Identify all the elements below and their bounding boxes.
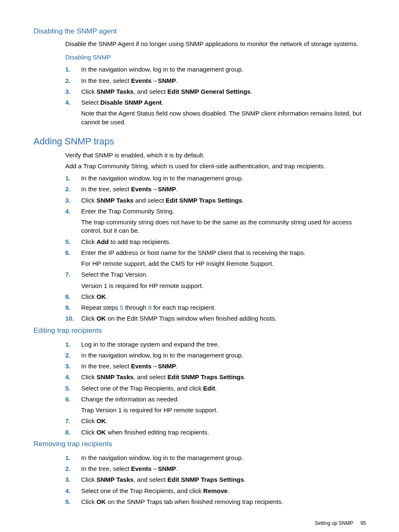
step-text: Click SNMP Tasks and select Edit SNMP Tr… xyxy=(81,197,244,204)
step-item: 7.Select the Trap Version.Version 1 is r… xyxy=(65,269,368,291)
step-text: Repeat steps 5 through 8 for each trap r… xyxy=(81,304,216,311)
step-item: 8.Click OK. xyxy=(65,291,368,302)
step-note: The trap community string does not have … xyxy=(81,218,368,235)
step-item: 3.Click SNMP Tasks and select Edit SNMP … xyxy=(65,195,368,206)
step-item: 3.Click SNMP Tasks, and select Edit SNMP… xyxy=(65,474,368,485)
step-number: 3. xyxy=(65,87,78,96)
step-item: 3.Click SNMP Tasks, and select Edit SNMP… xyxy=(65,86,368,97)
step-number: 1. xyxy=(65,454,78,462)
step-text: Log in to the storage system and expand … xyxy=(81,341,219,348)
step-item: 8.Click OK when finished editing trap re… xyxy=(65,427,368,438)
step-text: Enter the IP address or host name for th… xyxy=(81,249,305,256)
paragraph: Add a Trap Community String, which is us… xyxy=(65,162,368,170)
step-item: 6.Enter the IP address or host name for … xyxy=(65,247,368,270)
step-item: 2.In the tree, select Events→SNMP. xyxy=(65,75,368,86)
step-text: Click OK on the SNMP Traps tab when fini… xyxy=(81,498,283,505)
step-number: 1. xyxy=(65,340,78,349)
step-number: 4. xyxy=(65,98,78,107)
step-list: 1.In the navigation window, log in to th… xyxy=(65,173,368,324)
step-number: 3. xyxy=(65,475,78,484)
cross-ref[interactable]: 5 xyxy=(120,304,123,311)
step-item: 7.Click OK. xyxy=(65,416,368,427)
step-list: 1.Log in to the storage system and expan… xyxy=(65,339,368,438)
step-item: 4.Select Disable SNMP Agent.Note that th… xyxy=(65,97,368,128)
step-text: Select one of the Trap Recipients, and c… xyxy=(81,487,229,494)
step-text: Select Disable SNMP Agent. xyxy=(81,99,164,106)
step-number: 6. xyxy=(65,395,78,403)
step-number: 2. xyxy=(65,77,78,85)
step-item: 1.In the navigation window, log in to th… xyxy=(65,64,368,75)
step-number: 8. xyxy=(65,428,78,437)
step-note: For HP remote support, add the CMS for H… xyxy=(81,260,368,268)
step-item: 1.In the navigation window, log in to th… xyxy=(65,452,368,463)
step-text: Click OK. xyxy=(81,417,107,424)
step-item: 4.Click SNMP Tasks, and select Edit SNMP… xyxy=(65,372,368,383)
step-text: Enter the Trap Community String. xyxy=(81,208,174,215)
step-text: Click SNMP Tasks, and select Edit SNMP G… xyxy=(81,88,252,95)
step-note: Version 1 is required for HP remote supp… xyxy=(81,282,368,290)
heading-adding-snmp-traps: Adding SNMP traps xyxy=(33,135,368,148)
step-text: Click OK. xyxy=(81,293,107,300)
step-item: 3.In the tree, select Events→SNMP. xyxy=(65,361,368,372)
step-number: 3. xyxy=(65,362,78,370)
step-number: 2. xyxy=(65,185,78,193)
step-text: Click OK on the Edit SNMP Traps window w… xyxy=(81,315,276,322)
step-number: 2. xyxy=(65,465,78,473)
step-text: Click Add to add trap recipients. xyxy=(81,238,171,245)
step-text: Select the Trap Version. xyxy=(81,271,148,278)
step-item: 9.Repeat steps 5 through 8 for each trap… xyxy=(65,302,368,313)
step-text: In the navigation window, log in to the … xyxy=(81,454,243,461)
step-list: 1.In the navigation window, log in to th… xyxy=(65,452,368,507)
step-text: In the navigation window, log in to the … xyxy=(81,175,243,182)
step-item: 10.Click OK on the Edit SNMP Traps windo… xyxy=(65,313,368,324)
step-text: Click SNMP Tasks, and select Edit SNMP T… xyxy=(81,373,246,380)
step-item: 2.In the navigation window, log in to th… xyxy=(65,350,368,361)
step-text: In the tree, select Events→SNMP. xyxy=(81,465,178,472)
step-number: 4. xyxy=(65,373,78,381)
step-item: 6.Change the information as needed.Trap … xyxy=(65,394,368,416)
step-number: 3. xyxy=(65,196,78,205)
step-number: 8. xyxy=(65,293,78,301)
step-number: 5. xyxy=(65,238,78,246)
step-item: 1.Log in to the storage system and expan… xyxy=(65,339,368,350)
page-number: 95 xyxy=(361,520,366,526)
step-number: 1. xyxy=(65,65,78,74)
step-text: Select one of the Trap Recipients, and c… xyxy=(81,385,217,392)
step-list: 1.In the navigation window, log in to th… xyxy=(65,64,368,128)
step-item: 5.Click Add to add trap recipients. xyxy=(65,236,368,247)
step-text: In the tree, select Events→SNMP. xyxy=(81,77,178,84)
step-number: 7. xyxy=(65,417,78,425)
step-number: 10. xyxy=(65,314,78,323)
step-note: Trap Version 1 is required for HP remote… xyxy=(81,406,368,414)
paragraph: Verify that SNMP is enabled, which it is… xyxy=(65,151,368,159)
step-number: 5. xyxy=(65,384,78,393)
step-item: 4.Select one of the Trap Recipients, and… xyxy=(65,486,368,496)
paragraph: Disable the SNMP Agent if no longer usin… xyxy=(65,40,368,48)
step-item: 5.Select one of the Trap Recipients, and… xyxy=(65,383,368,394)
step-item: 1.In the navigation window, log in to th… xyxy=(65,173,368,184)
step-note: Note that the Agent Status field now sho… xyxy=(81,109,368,126)
step-text: In the navigation window, log in to the … xyxy=(81,66,243,73)
step-number: 4. xyxy=(65,207,78,216)
step-text: Change the information as needed. xyxy=(81,396,179,403)
step-text: Click SNMP Tasks, and select Edit SNMP T… xyxy=(81,476,246,483)
heading-editing-trap-recipients: Editing trap recipients xyxy=(33,326,368,336)
step-text: Click OK when finished editing trap reci… xyxy=(81,429,209,436)
step-number: 6. xyxy=(65,249,78,257)
heading-removing-trap-recipients: Removing trap recipients xyxy=(33,439,368,449)
step-number: 9. xyxy=(65,303,78,312)
step-item: 2.In the tree, select Events→SNMP. xyxy=(65,463,368,474)
step-text: In the navigation window, log in to the … xyxy=(81,352,243,359)
step-item: 4.Enter the Trap Community String.The tr… xyxy=(65,206,368,236)
heading-disabling-snmp: Disabling SNMP xyxy=(65,53,368,62)
step-text: In the tree, select Events→SNMP. xyxy=(81,185,178,193)
footer-section: Setting up SNMP xyxy=(315,520,353,526)
step-number: 5. xyxy=(65,498,78,506)
step-number: 4. xyxy=(65,487,78,495)
step-number: 2. xyxy=(65,351,78,360)
step-item: 5.Click OK on the SNMP Traps tab when fi… xyxy=(65,496,368,507)
step-item: 2.In the tree, select Events→SNMP. xyxy=(65,184,368,195)
page-footer: Setting up SNMP 95 xyxy=(33,520,368,527)
step-text: In the tree, select Events→SNMP. xyxy=(81,362,178,370)
step-number: 7. xyxy=(65,270,78,279)
